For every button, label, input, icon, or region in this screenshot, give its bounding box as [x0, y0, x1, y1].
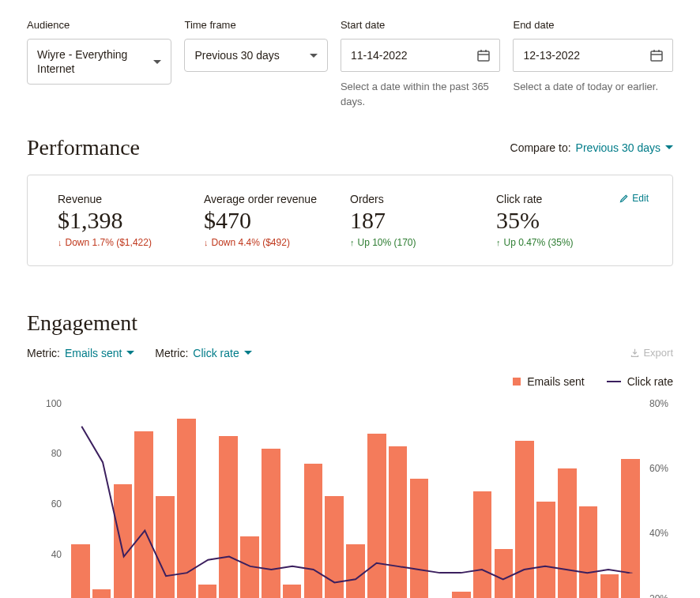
metric2-value: Click rate — [193, 347, 239, 359]
y-right-tick: 80% — [649, 398, 668, 409]
arrow-down-icon: ↓ — [58, 238, 62, 247]
compare-select[interactable]: Previous 30 days — [576, 141, 673, 154]
calendar-icon — [650, 49, 663, 62]
compare-label: Compare to: — [510, 141, 571, 154]
revenue-value: $1,398 — [58, 207, 204, 234]
timeframe-label: Time frame — [184, 19, 328, 31]
export-label: Export — [643, 347, 673, 359]
start-date-value: 11-14-2022 — [351, 49, 408, 62]
y-right-tick: 20% — [649, 593, 668, 598]
legend-line: Click rate — [607, 375, 673, 388]
arrow-up-icon: ↑ — [350, 238, 355, 247]
engagement-chart: 20406080100 20%40%60%80% — [38, 404, 673, 598]
svg-rect-4 — [651, 51, 662, 61]
svg-rect-0 — [478, 51, 489, 61]
arrow-down-icon: ↓ — [204, 238, 209, 247]
orders-label: Orders — [350, 193, 496, 205]
performance-card: Revenue $1,398 ↓Down 1.7% ($1,422) Avera… — [27, 175, 673, 266]
revenue-label: Revenue — [58, 193, 204, 205]
start-date-input[interactable]: 11-14-2022 — [341, 39, 501, 72]
aor-value: $470 — [204, 207, 350, 234]
chevron-down-icon — [244, 351, 252, 355]
aor-delta: Down 4.4% ($492) — [212, 237, 290, 248]
end-date-input[interactable]: 12-13-2022 — [513, 39, 673, 72]
square-icon — [513, 378, 521, 386]
start-date-label: Start date — [341, 19, 501, 31]
audience-value: Wiyre - Everything Internet — [37, 47, 147, 76]
y-left-tick: 60 — [51, 498, 62, 510]
click-value: 35% — [496, 207, 642, 234]
edit-button[interactable]: Edit — [619, 193, 649, 204]
y-left-tick: 80 — [51, 448, 62, 459]
y-right-tick: 40% — [649, 528, 668, 539]
aor-label: Average order revenue — [204, 193, 350, 205]
orders-value: 187 — [350, 207, 496, 234]
download-icon — [630, 348, 640, 358]
y-right-tick: 60% — [649, 463, 668, 474]
revenue-delta: Down 1.7% ($1,422) — [66, 237, 152, 248]
calendar-icon — [477, 49, 490, 62]
chevron-down-icon — [153, 60, 161, 64]
chevron-down-icon — [126, 351, 134, 355]
end-date-label: End date — [513, 19, 673, 31]
arrow-up-icon: ↑ — [496, 238, 501, 247]
start-date-hint: Select a date within the past 365 days. — [341, 80, 501, 110]
chevron-down-icon — [310, 54, 318, 58]
metric1-prefix: Metric: — [27, 347, 60, 359]
metric1-value: Emails sent — [65, 347, 122, 359]
compare-value: Previous 30 days — [576, 141, 660, 154]
pencil-icon — [619, 194, 629, 203]
engagement-title: Engagement — [27, 310, 673, 336]
timeframe-select[interactable]: Previous 30 days — [184, 39, 328, 72]
edit-label: Edit — [632, 193, 649, 204]
click-delta: Up 0.47% (35%) — [504, 237, 574, 248]
y-left-tick: 100 — [46, 398, 62, 409]
orders-delta: Up 10% (170) — [358, 237, 416, 248]
legend-bars: Emails sent — [513, 375, 584, 388]
line-icon — [607, 381, 621, 382]
metric1-select[interactable]: Emails sent — [65, 347, 134, 359]
legend-line-label: Click rate — [627, 375, 673, 388]
export-button[interactable]: Export — [630, 347, 673, 359]
audience-label: Audience — [27, 19, 171, 31]
timeframe-value: Previous 30 days — [194, 48, 303, 62]
end-date-hint: Select a date of today or earlier. — [513, 80, 673, 95]
metric2-prefix: Metric: — [155, 347, 188, 359]
performance-title: Performance — [27, 135, 140, 160]
chevron-down-icon — [665, 145, 673, 149]
svg-point-8 — [626, 572, 633, 573]
metric2-select[interactable]: Click rate — [193, 347, 251, 359]
legend-bars-label: Emails sent — [527, 375, 584, 388]
end-date-value: 12-13-2022 — [523, 49, 580, 62]
audience-select[interactable]: Wiyre - Everything Internet — [27, 39, 171, 85]
y-left-tick: 40 — [51, 549, 62, 560]
